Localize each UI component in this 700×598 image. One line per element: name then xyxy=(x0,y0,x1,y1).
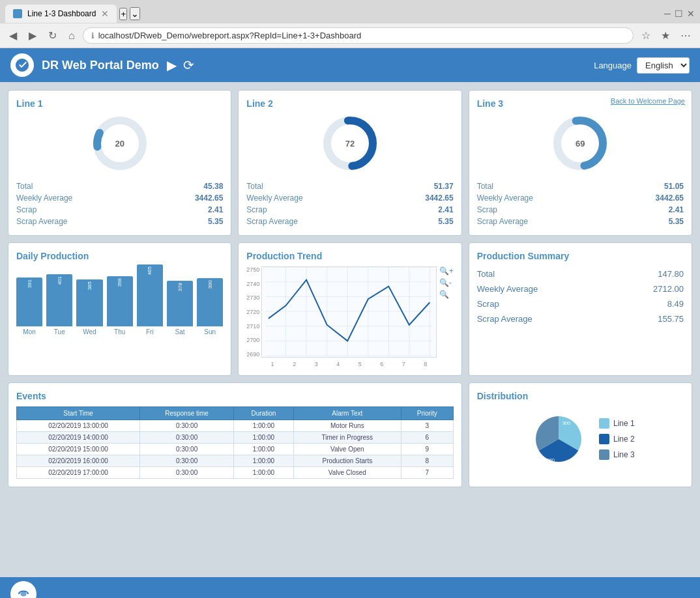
line3-stat-total: Total 51.05 xyxy=(477,180,684,192)
col-start-time: Start Time xyxy=(17,407,140,420)
col-priority: Priority xyxy=(401,407,453,420)
language-selector[interactable]: Language English xyxy=(594,57,690,74)
trend-svg-container: 1 2 3 4 5 6 7 8 xyxy=(261,266,436,367)
distribution-content: 900 860 Line 1 Line 2 xyxy=(477,406,684,472)
events-title: Events xyxy=(16,391,454,401)
bar-tue: 401 Tue xyxy=(46,274,72,335)
production-summary-stats: Total 147.80 Weekly Average 2712.00 Scra… xyxy=(477,266,684,326)
browser-chrome: Line 1-3 Dashboard ✕ + ⌄ ─ ☐ ✕ ◀ ▶ ↻ ⌂ ℹ… xyxy=(0,0,700,48)
bar-chart: 391 Mon 401 Tue 385 Wed xyxy=(16,266,223,338)
line3-stat-weekly: Weekly Average 3442.65 xyxy=(477,192,684,204)
tab-title: Line 1-3 Dashboard xyxy=(27,9,96,18)
zoom-out-icon[interactable]: 🔍- xyxy=(439,278,454,287)
zoom-reset-icon[interactable]: 🔍 xyxy=(439,290,454,299)
bottom-logo-bar xyxy=(0,577,700,598)
event-row: 02/20/2019 13:00:00 0:30:00 1:00:00 Moto… xyxy=(17,420,454,432)
refresh-button[interactable]: ↻ xyxy=(44,28,61,43)
browser-tab[interactable]: Line 1-3 Dashboard ✕ xyxy=(5,5,117,23)
line3-donut-label: 69 xyxy=(576,139,585,149)
bar-wed: 385 Wed xyxy=(76,279,102,335)
events-card: Events Start Time Response time Duration… xyxy=(8,382,462,487)
production-summary-card: Production Summary Total 147.80 Weekly A… xyxy=(469,242,692,376)
browser-toolbar: ◀ ▶ ↻ ⌂ ℹ localhost/DRweb_Demo/webreport… xyxy=(0,23,700,48)
settings-button[interactable]: ⋯ xyxy=(677,28,695,43)
line1-stat-weekly: Weekly Average 3442.65 xyxy=(16,192,223,204)
distribution-title: Distribution xyxy=(477,391,684,401)
summary-stat-scrapavg: Scrap Average 155.75 xyxy=(477,311,684,326)
line1-stat-total: Total 45.38 xyxy=(16,180,223,192)
col-alarm-text: Alarm Text xyxy=(293,407,401,420)
line2-stat-scrap: Scrap 2.41 xyxy=(246,204,453,216)
new-tab-button[interactable]: + xyxy=(119,8,127,20)
legend-line1: Line 1 xyxy=(599,418,635,429)
line1-card: Line 1 20 Total 45.38 Weekly Average 344… xyxy=(8,90,231,236)
app-title: DR Web Portal Demo xyxy=(42,59,159,72)
app-logo xyxy=(10,53,34,77)
distribution-legend: Line 1 Line 2 Line 3 xyxy=(599,418,635,460)
line2-stat-total: Total 51.37 xyxy=(246,180,453,192)
tab-bar: Line 1-3 Dashboard ✕ + ⌄ ─ ☐ ✕ xyxy=(0,0,700,23)
production-trend-card: Production Trend 2750 2740 2730 2720 271… xyxy=(238,242,461,376)
address-bar[interactable]: ℹ localhost/DRweb_Demo/webreport.aspx?Re… xyxy=(83,27,634,44)
refresh-icon[interactable]: ⟳ xyxy=(183,57,194,73)
events-table: Start Time Response time Duration Alarm … xyxy=(16,406,454,479)
tab-menu-button[interactable]: ⌄ xyxy=(130,7,140,20)
line1-title: Line 1 xyxy=(16,98,223,109)
event-row: 02/20/2019 15:00:00 0:30:00 1:00:00 Valv… xyxy=(17,444,454,455)
bottom-logo xyxy=(10,581,36,598)
minimize-button[interactable]: ─ xyxy=(664,8,671,19)
line1-stat-scrap: Scrap 2.41 xyxy=(16,204,223,216)
bookmark-button[interactable]: ☆ xyxy=(637,28,654,43)
line1-donut: 20 xyxy=(91,114,149,173)
legend-color-line1 xyxy=(599,418,609,429)
back-button[interactable]: ◀ xyxy=(5,28,21,43)
col-duration: Duration xyxy=(234,407,294,420)
legend-line3: Line 3 xyxy=(599,449,635,460)
line3-stat-scrap: Scrap 2.41 xyxy=(477,204,684,216)
back-to-welcome-link[interactable]: Back to Welcome Page xyxy=(611,97,685,105)
bar-thu: 398 Thu xyxy=(107,276,133,335)
line2-donut: 72 xyxy=(321,114,379,173)
chart-zoom-controls[interactable]: 🔍+ 🔍- 🔍 xyxy=(437,266,454,367)
browser-action-buttons: ☆ ★ ⋯ xyxy=(637,28,695,43)
summary-stat-weekly: Weekly Average 2712.00 xyxy=(477,281,684,296)
address-text: localhost/DRweb_Demo/webreport.aspx?RepI… xyxy=(98,31,362,40)
legend-line2: Line 2 xyxy=(599,434,635,444)
app-header: DR Web Portal Demo ▶ ⟳ Language English xyxy=(0,48,700,82)
extensions-button[interactable]: ★ xyxy=(657,28,674,43)
daily-production-title: Daily Production xyxy=(16,251,223,261)
bar-sun: 390 Sun xyxy=(197,278,223,335)
production-trend-title: Production Trend xyxy=(246,251,453,261)
forward-button[interactable]: ▶ xyxy=(25,28,40,43)
language-dropdown[interactable]: English xyxy=(637,57,690,74)
x-axis-labels: 1 2 3 4 5 6 7 8 xyxy=(261,361,436,367)
line3-donut-container: 69 xyxy=(477,114,684,173)
svg-text:860: 860 xyxy=(547,458,555,463)
line3-card: Line 3 Back to Welcome Page 69 Total 51.… xyxy=(469,90,692,236)
summary-stat-total: Total 147.80 xyxy=(477,266,684,281)
daily-production-card: Daily Production 391 Mon 401 Tue xyxy=(8,242,231,376)
line2-title: Line 2 xyxy=(246,98,453,109)
zoom-in-icon[interactable]: 🔍+ xyxy=(439,266,454,276)
line2-stat-scrapavg: Scrap Average 5.35 xyxy=(246,216,453,227)
event-row: 02/20/2019 17:00:00 0:30:00 1:00:00 Valv… xyxy=(17,467,454,479)
play-icon[interactable]: ▶ xyxy=(167,57,177,73)
bar-sat: 378 Sat xyxy=(167,281,193,335)
event-row: 02/20/2019 14:00:00 0:30:00 1:00:00 Time… xyxy=(17,432,454,444)
line2-card: Line 2 72 Total 51.37 Weekly Average 344… xyxy=(238,90,461,236)
distribution-card: Distribution 900 860 xyxy=(469,382,692,487)
close-window-button[interactable]: ✕ xyxy=(687,8,695,19)
home-button[interactable]: ⌂ xyxy=(65,29,79,43)
line3-donut: 69 xyxy=(551,114,609,173)
line2-donut-container: 72 xyxy=(246,114,453,173)
line2-donut-label: 72 xyxy=(345,139,355,149)
language-label: Language xyxy=(594,61,632,70)
legend-color-line3 xyxy=(599,449,609,460)
col-response-time: Response time xyxy=(140,407,234,420)
line3-stat-scrapavg: Scrap Average 5.35 xyxy=(477,216,684,227)
dashboard-grid: Line 1 20 Total 45.38 Weekly Average 344… xyxy=(8,90,692,487)
trend-chart-wrapper: 2750 2740 2730 2720 2710 2700 2690 xyxy=(246,266,453,367)
y-axis-labels: 2750 2740 2730 2720 2710 2700 2690 xyxy=(246,266,261,358)
tab-close-button[interactable]: ✕ xyxy=(101,8,109,19)
restore-button[interactable]: ☐ xyxy=(675,8,683,19)
